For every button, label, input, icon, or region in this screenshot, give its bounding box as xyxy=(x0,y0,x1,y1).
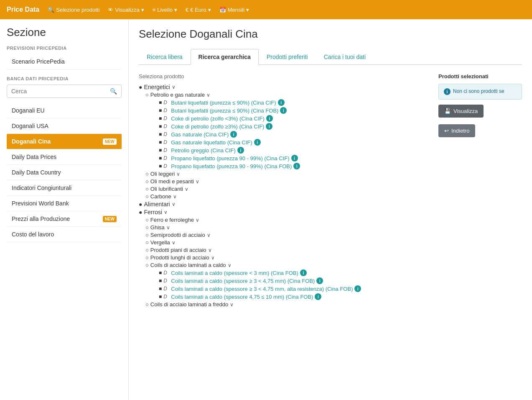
euro-icon: € xyxy=(186,7,188,13)
sidebar-item-indicatori[interactable]: Indicatori Congiunturali xyxy=(7,180,122,196)
sidebar-item-daily-data-prices[interactable]: Daily Data Prices xyxy=(7,149,122,165)
search-input[interactable] xyxy=(11,88,107,95)
info-icon[interactable]: i xyxy=(254,139,261,146)
info-icon[interactable]: i xyxy=(266,115,273,122)
badge-new-prezzi: NEW xyxy=(103,216,117,222)
badge-new: NEW xyxy=(103,138,117,145)
main-content: Selezione Doganali Cina Ricerca libera R… xyxy=(129,19,532,400)
tree-subcategory-coils-caldo[interactable]: ○ Coils di acciaio laminati a caldo ∨ xyxy=(145,262,430,268)
bullet-empty-icon: ○ xyxy=(145,254,149,261)
chevron-down-icon: ∨ xyxy=(228,262,232,268)
tree-leaf-propano-fob[interactable]: ■ D Propano liquefatto (purezza 90 - 99%… xyxy=(159,163,430,169)
tree-category-ferrosi[interactable]: ● Ferrosi ∨ xyxy=(139,209,430,215)
chevron-down-icon: ∨ xyxy=(172,240,176,246)
bullet-empty-icon: ○ xyxy=(145,193,149,200)
chevron-down-icon: ▾ xyxy=(208,7,211,13)
navbar-visualizza[interactable]: 👁 Visualizza ▾ xyxy=(108,7,144,13)
sidebar-item-doganali-eu[interactable]: Doganali EU xyxy=(7,103,122,118)
tree-subcategory-carbone[interactable]: ○ Carbone ∨ xyxy=(145,193,430,200)
tree-subcategory-oli-lubrificanti[interactable]: ○ Oli lubrificanti ∨ xyxy=(145,186,430,192)
chevron-down-icon: ▾ xyxy=(246,7,249,13)
action-buttons: 💾 Visualizza ↩ Indietro xyxy=(438,105,522,137)
tree-subcategory-coils-freddo[interactable]: ○ Coils di acciaio laminati a freddo ∨ xyxy=(145,301,430,308)
tree-node-oli-medi: ○ Oli medi e pesanti ∨ xyxy=(145,178,430,185)
info-icon[interactable]: i xyxy=(291,155,298,162)
info-icon[interactable]: i xyxy=(230,131,237,138)
tree-leaf-butani-cif[interactable]: ■ D Butani liquefatti (purezza ≤ 90%) (C… xyxy=(159,99,430,106)
visualizza-button[interactable]: 💾 Visualizza xyxy=(438,105,484,118)
sidebar-section-banca: BANCA DATI PRICEPEDIA xyxy=(7,76,122,81)
bullet-empty-icon: ○ xyxy=(145,224,149,231)
tree-leaf-gas-naturale-cif[interactable]: ■ D Gas naturale (Cina CIF) i xyxy=(159,131,430,138)
indietro-button[interactable]: ↩ Indietro xyxy=(438,124,475,137)
tree-leaf-coils-lt3[interactable]: ■ D Coils laminati a caldo (spessore < 3… xyxy=(159,269,430,276)
tree-energetici-children: ○ Petrolio e gas naturale ∨ ■ D xyxy=(139,92,430,200)
tree-leaf-petrolio-greggio[interactable]: ■ D Petrolio greggio (Cina CIF) i xyxy=(159,147,430,154)
bullet-empty-icon: ○ xyxy=(145,171,149,177)
sidebar-item-doganali-usa[interactable]: Doganali USA xyxy=(7,118,122,134)
tree-subcategory-petrolio[interactable]: ○ Petrolio e gas naturale ∨ xyxy=(145,92,430,98)
navbar-mensili[interactable]: 📅 Mensili ▾ xyxy=(219,7,249,13)
tree-leaf-coils-3-4-ar[interactable]: ■ D Coils laminati a caldo (spessore ≥ 3… xyxy=(159,285,430,292)
tree-node-vergella: ○ Vergella ∨ xyxy=(145,239,430,246)
main-layout: Sezione PREVISIONI PRICEPEDIA Scenario P… xyxy=(0,19,532,400)
back-icon: ↩ xyxy=(444,128,449,134)
info-icon[interactable]: i xyxy=(316,277,323,284)
bullet-empty-icon: ○ xyxy=(145,239,149,246)
info-icon[interactable]: i xyxy=(354,285,361,292)
sidebar-search-box[interactable]: 🔍 xyxy=(7,85,122,98)
sidebar-item-costo-lavoro[interactable]: Costo del lavoro xyxy=(7,227,122,242)
info-icon[interactable]: i xyxy=(300,269,307,276)
eye-icon: 👁 xyxy=(108,7,113,13)
navbar-euro[interactable]: € € Euro ▾ xyxy=(186,7,211,13)
tree-leaf-propano-cif[interactable]: ■ D Propano liquefatto (purezza 90 - 99%… xyxy=(159,155,430,162)
tree-node-ferro-ferroleghe: ○ Ferro e ferroleghe ∨ xyxy=(145,217,430,223)
tree-subcategory-prodotti-lunghi[interactable]: ○ Prodotti lunghi di acciaio ∨ xyxy=(145,254,430,261)
tree-subcategory-oli-medi[interactable]: ○ Oli medi e pesanti ∨ xyxy=(145,178,430,185)
chevron-down-icon: ▾ xyxy=(141,7,144,13)
tree-category-alimentari[interactable]: ● Alimentari ∨ xyxy=(139,201,430,208)
info-icon[interactable]: i xyxy=(278,99,285,106)
navbar-brand: Price Data xyxy=(7,6,39,13)
list-item: ■ D Coils laminati a caldo (spessore ≥ 3… xyxy=(159,285,430,292)
tree-leaf-butani-fob[interactable]: ■ D Butani liquefatti (purezza ≤ 90%) (C… xyxy=(159,107,430,114)
tree-leaf-coils-4-10[interactable]: ■ D Coils laminati a caldo (spessore 4,7… xyxy=(159,293,430,300)
navbar-selezione-prodotti[interactable]: 🔍 Selezione prodotti xyxy=(48,7,99,13)
tree-subcategory-vergella[interactable]: ○ Vergella ∨ xyxy=(145,239,430,246)
tree-subcategory-semiprodotti[interactable]: ○ Semiprodotti di acciaio ∨ xyxy=(145,232,430,238)
select-product-label: Seleziona prodotto xyxy=(139,73,430,79)
tree-petrolio-children: ■ D Butani liquefatti (purezza ≤ 90%) (C… xyxy=(145,99,430,169)
tab-ricerca-gerarchica[interactable]: Ricerca gerarchica xyxy=(191,49,259,65)
tree-subcategory-ferro-ferroleghe[interactable]: ○ Ferro e ferroleghe ∨ xyxy=(145,217,430,223)
sidebar-item-doganali-cina[interactable]: Doganali Cina NEW xyxy=(7,134,122,149)
info-icon[interactable]: i xyxy=(266,123,272,130)
tree-node-coils-caldo: ○ Coils di acciaio laminati a caldo ∨ ■ … xyxy=(145,262,430,300)
info-icon[interactable]: i xyxy=(293,163,300,169)
tree-subcategory-oli-leggeri[interactable]: ○ Oli leggeri ∨ xyxy=(145,171,430,177)
info-icon[interactable]: i xyxy=(315,293,321,300)
tree-category-energetici[interactable]: ● Energetici ∨ xyxy=(139,84,430,90)
tree-node-coils-freddo: ○ Coils di acciaio laminati a freddo ∨ xyxy=(145,301,430,308)
tree-leaf-coke-3-cif[interactable]: ■ D Coke di petrolio (zolfo <3%) (Cina C… xyxy=(159,115,430,122)
tab-carica-tuoi-dati[interactable]: Carica i tuoi dati xyxy=(316,49,374,64)
sidebar-item-daily-data-country[interactable]: Daily Data Country xyxy=(7,165,122,180)
tree-subcategory-ghisa[interactable]: ○ Ghisa ∨ xyxy=(145,224,430,231)
navbar: Price Data 🔍 Selezione prodotti 👁 Visual… xyxy=(0,0,532,19)
list-item: ■ D Coke di petrolio (zolfo ≥3%) (Cina C… xyxy=(159,123,430,130)
tab-ricerca-libera[interactable]: Ricerca libera xyxy=(139,49,191,64)
chevron-down-icon: ∨ xyxy=(211,255,215,261)
sidebar-item-scenario[interactable]: Scenario PricePedia xyxy=(7,54,122,69)
tab-prodotti-preferiti[interactable]: Prodotti preferiti xyxy=(259,49,316,64)
navbar-livello[interactable]: ≡ Livello ▾ xyxy=(153,7,177,13)
sidebar-item-previsioni-world-bank[interactable]: Previsioni World Bank xyxy=(7,196,122,211)
info-icon[interactable]: i xyxy=(237,147,244,154)
calendar-icon: 📅 xyxy=(219,7,226,13)
bullet-empty-icon: ○ xyxy=(145,92,149,98)
tree-leaf-gas-liquefatto-cif[interactable]: ■ D Gas naturale liquefatto (Cina CIF) i xyxy=(159,139,430,146)
sidebar-item-prezzi-produzione[interactable]: Prezzi alla Produzione NEW xyxy=(7,211,122,227)
list-item: ■ D Coils laminati a caldo (spessore ≥ 3… xyxy=(159,277,430,284)
tree-subcategory-prodotti-piani[interactable]: ○ Prodotti piani di acciaio ∨ xyxy=(145,247,430,253)
tree-leaf-coils-3-4[interactable]: ■ D Coils laminati a caldo (spessore ≥ 3… xyxy=(159,277,430,284)
tree-leaf-coke-gte3-cif[interactable]: ■ D Coke di petrolio (zolfo ≥3%) (Cina C… xyxy=(159,123,430,130)
info-icon[interactable]: i xyxy=(280,107,287,114)
